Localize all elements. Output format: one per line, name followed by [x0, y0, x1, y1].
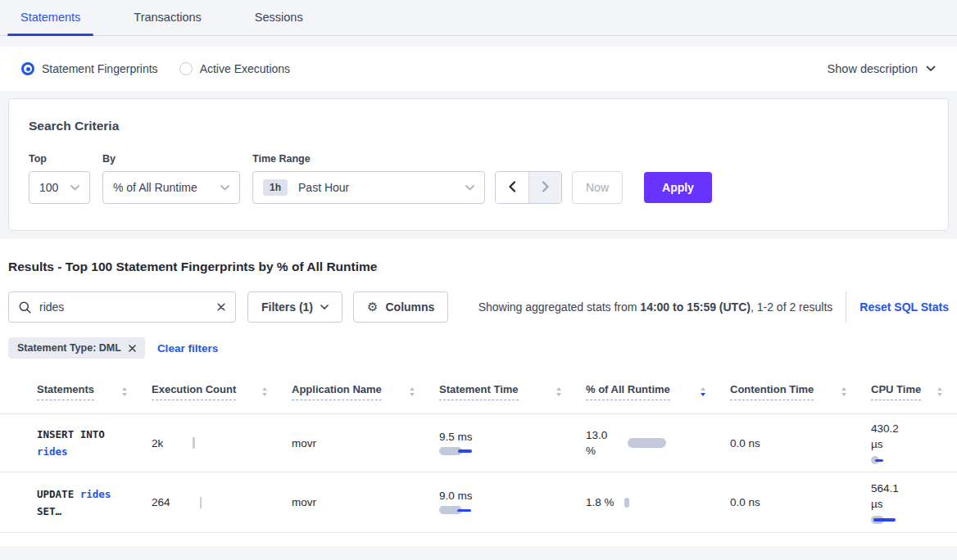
- application-name-cell: movr: [292, 496, 439, 508]
- reset-sql-stats-link[interactable]: Reset SQL Stats: [859, 300, 949, 314]
- vertical-divider: [846, 291, 846, 323]
- results-controls-row: Filters (1) ⚙ Columns Showing aggregated…: [8, 291, 949, 323]
- sort-icon[interactable]: [937, 387, 942, 396]
- by-select[interactable]: % of All Runtime: [102, 171, 240, 204]
- chevron-down-icon: [465, 185, 474, 191]
- application-name-cell: movr: [292, 437, 439, 449]
- by-label: By: [102, 153, 252, 165]
- chevron-down-icon: [320, 305, 329, 310]
- search-icon: [19, 301, 31, 314]
- columns-button-label: Columns: [385, 300, 434, 314]
- results-heading: Results - Top 100 Statement Fingerprints…: [0, 239, 957, 274]
- top-select-value: 100: [39, 181, 58, 194]
- chevron-down-icon: [70, 185, 79, 191]
- time-range-value: Past Hour: [298, 181, 349, 194]
- chevron-down-icon: [926, 65, 936, 72]
- time-window-stepper: [495, 171, 562, 204]
- view-radio-group: Statement Fingerprints Active Executions: [21, 62, 290, 75]
- sort-icon[interactable]: [556, 387, 561, 396]
- contention-time-cell: 0.0 ns: [730, 496, 871, 508]
- chevron-left-icon: [508, 181, 516, 195]
- filter-chip-statement-type[interactable]: Statement Type: DML: [8, 337, 145, 359]
- top-field: Top 100: [29, 153, 102, 204]
- pct-runtime-bar: [628, 438, 666, 448]
- filters-button-label: Filters (1): [261, 300, 313, 314]
- columns-button[interactable]: ⚙ Columns: [353, 291, 448, 323]
- now-button[interactable]: Now: [572, 171, 623, 204]
- clear-filters-link[interactable]: Clear filters: [157, 342, 218, 355]
- execution-count-cell: 2k: [152, 437, 292, 449]
- time-range-badge: 1h: [263, 179, 288, 196]
- column-header-statement-time[interactable]: Statement Time: [439, 383, 586, 400]
- search-criteria-title: Search Criteria: [29, 119, 928, 133]
- statement-time-bar: [439, 505, 480, 515]
- top-label: Top: [29, 153, 102, 165]
- sort-icon[interactable]: [410, 387, 415, 396]
- statement-time-bar: [439, 446, 480, 456]
- by-field: By % of All Runtime: [102, 153, 252, 204]
- results-section: Results - Top 100 Statement Fingerprints…: [0, 239, 957, 546]
- sort-icon[interactable]: [122, 387, 127, 396]
- radio-statement-fingerprints[interactable]: Statement Fingerprints: [21, 62, 158, 75]
- tab-sessions[interactable]: Sessions: [242, 0, 316, 35]
- time-range-label: Time Range: [252, 153, 495, 165]
- table-row[interactable]: INSERT INTO rides 2k movr 9.5 ms 13.0 % …: [0, 414, 957, 472]
- pct-runtime-bar: [624, 498, 629, 508]
- execution-count-bar: [200, 497, 202, 508]
- aggregated-stats-text: Showing aggregated stats from 14:00 to 1…: [478, 300, 833, 314]
- statement-fingerprint-cell: UPDATE rides SET…: [37, 485, 134, 520]
- contention-time-cell: 0.0 ns: [730, 437, 871, 449]
- sql-activity-tabbar: Statements Transactions Sessions: [0, 0, 957, 36]
- radio-unselected-icon[interactable]: [179, 62, 193, 75]
- time-range-select[interactable]: 1h Past Hour: [252, 171, 485, 204]
- sort-desc-icon[interactable]: [701, 387, 705, 396]
- show-description-toggle[interactable]: Show description: [828, 62, 936, 75]
- column-header-execution-count[interactable]: Execution Count: [152, 383, 292, 400]
- column-header-application-name[interactable]: Application Name: [292, 383, 439, 400]
- radio-label: Statement Fingerprints: [42, 62, 158, 75]
- filters-button[interactable]: Filters (1): [247, 291, 342, 323]
- column-header-pct-all-runtime[interactable]: % of All Runtime: [586, 383, 730, 400]
- top-select[interactable]: 100: [29, 171, 90, 204]
- clear-search-icon[interactable]: [217, 303, 225, 311]
- radio-active-executions[interactable]: Active Executions: [179, 62, 291, 75]
- search-input[interactable]: [39, 300, 209, 314]
- cpu-time-cell: 564.1 µs: [871, 481, 957, 525]
- chevron-right-icon: [542, 181, 550, 195]
- filter-chip-label: Statement Type: DML: [17, 342, 121, 354]
- statements-table: Statements Execution Count Application N…: [0, 370, 957, 533]
- pct-all-runtime-cell: 1.8 %: [586, 496, 730, 508]
- table-row[interactable]: UPDATE rides SET… 264 movr 9.0 ms 1.8 % …: [0, 472, 957, 533]
- chevron-down-icon: [220, 185, 229, 191]
- column-header-contention-time[interactable]: Contention Time: [730, 383, 871, 400]
- cpu-time-bar: [871, 515, 897, 525]
- column-header-cpu-time[interactable]: CPU Time: [871, 383, 957, 400]
- statement-search-box[interactable]: [8, 291, 236, 323]
- sort-icon[interactable]: [262, 387, 267, 396]
- radio-selected-icon[interactable]: [21, 62, 34, 75]
- next-time-window-button[interactable]: [528, 172, 561, 203]
- results-meta-group: Showing aggregated stats from 14:00 to 1…: [478, 291, 949, 323]
- view-toggle-bar: Statement Fingerprints Active Executions…: [0, 47, 957, 91]
- statement-link[interactable]: rides: [80, 488, 111, 500]
- search-criteria-form: Top 100 By % of All Runtime Time Range 1: [29, 153, 928, 204]
- table-header-row: Statements Execution Count Application N…: [0, 370, 957, 414]
- statement-time-cell: 9.5 ms: [439, 431, 586, 456]
- remove-filter-icon[interactable]: [129, 345, 136, 352]
- stats-time-range: 14:00 to 15:59 (UTC): [640, 300, 751, 314]
- time-range-field: Time Range 1h Past Hour: [252, 153, 495, 204]
- sort-icon[interactable]: [841, 387, 846, 396]
- column-header-statements[interactable]: Statements: [37, 383, 152, 400]
- show-description-label: Show description: [828, 62, 918, 75]
- tab-transactions[interactable]: Transactions: [120, 0, 214, 35]
- cpu-time-cell: 430.2 µs: [871, 421, 957, 465]
- previous-time-window-button[interactable]: [496, 172, 528, 203]
- pct-all-runtime-cell: 13.0 %: [586, 427, 730, 458]
- search-criteria-card: Search Criteria Top 100 By % of All Runt…: [8, 98, 949, 231]
- statement-time-cell: 9.0 ms: [439, 490, 586, 515]
- statement-link[interactable]: rides: [37, 445, 68, 458]
- cpu-time-bar: [871, 455, 896, 465]
- gear-icon: ⚙: [367, 300, 378, 314]
- tab-statements[interactable]: Statements: [7, 0, 93, 35]
- apply-button[interactable]: Apply: [644, 172, 712, 203]
